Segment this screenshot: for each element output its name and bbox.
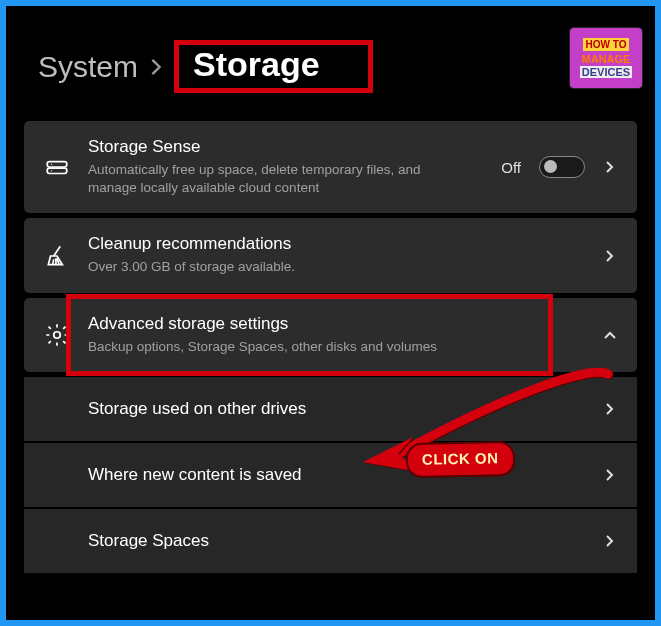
gear-icon <box>44 322 70 348</box>
chevron-right-icon <box>150 58 162 76</box>
svg-point-3 <box>51 170 52 171</box>
storage-sense-title: Storage Sense <box>88 137 483 157</box>
breadcrumb: System Storage HOW TO MANAGE DEVICES <box>38 40 637 93</box>
chevron-up-icon[interactable] <box>603 328 617 342</box>
svg-rect-1 <box>47 168 67 173</box>
chevron-right-icon[interactable] <box>603 160 617 174</box>
chevron-right-icon[interactable] <box>603 534 617 548</box>
chevron-right-icon[interactable] <box>603 249 617 263</box>
cleanup-recommendations-card[interactable]: Cleanup recommendations Over 3.00 GB of … <box>24 218 637 292</box>
storage-spaces-item[interactable]: Storage Spaces <box>24 509 637 573</box>
toggle-state-label: Off <box>501 159 521 176</box>
svg-point-4 <box>54 332 61 339</box>
site-logo: HOW TO MANAGE DEVICES <box>570 28 642 88</box>
disk-icon <box>44 154 70 180</box>
storage-sense-toggle[interactable] <box>539 156 585 178</box>
advanced-title: Advanced storage settings <box>88 314 585 334</box>
sub-item-label: Storage Spaces <box>88 531 585 551</box>
storage-sense-desc: Automatically free up space, delete temp… <box>88 161 468 197</box>
svg-rect-0 <box>47 162 67 167</box>
annotation-click-on-badge: CLICK ON <box>408 443 513 476</box>
cleanup-title: Cleanup recommendations <box>88 234 585 254</box>
broom-icon <box>44 243 70 269</box>
breadcrumb-parent[interactable]: System <box>38 50 138 84</box>
cleanup-desc: Over 3.00 GB of storage available. <box>88 258 468 276</box>
breadcrumb-current: Storage <box>193 45 320 83</box>
storage-sense-card[interactable]: Storage Sense Automatically free up spac… <box>24 121 637 213</box>
svg-point-2 <box>51 164 52 165</box>
breadcrumb-current-highlight: Storage <box>174 40 373 93</box>
